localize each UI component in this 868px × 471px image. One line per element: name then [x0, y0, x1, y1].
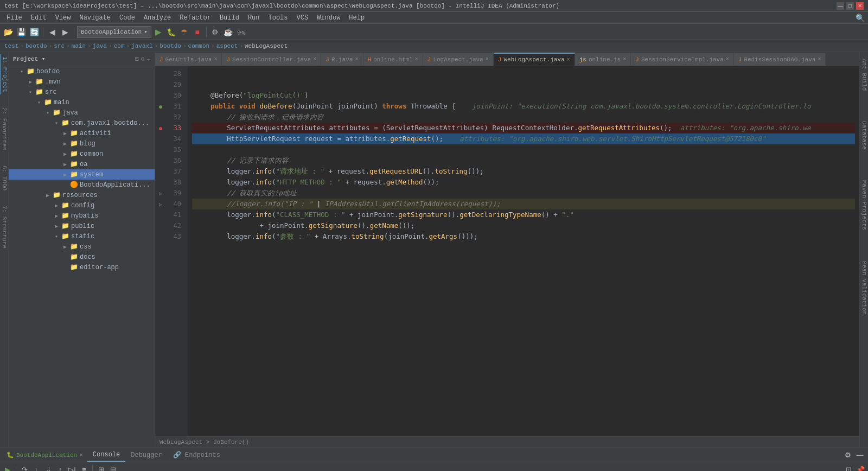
- more-icon[interactable]: …: [146, 55, 150, 62]
- forward-button[interactable]: ▶: [59, 26, 71, 38]
- close-tab-genutils[interactable]: ×: [214, 56, 217, 62]
- stop-button[interactable]: ■: [192, 26, 203, 38]
- menu-tools[interactable]: Tools: [264, 13, 292, 23]
- close-tab-online-js[interactable]: ×: [623, 56, 626, 62]
- step-into-button[interactable]: ↓: [31, 464, 42, 472]
- bean-validation-panel-tab[interactable]: Bean Validation: [860, 257, 869, 319]
- ant-button[interactable]: 🐜: [235, 26, 247, 38]
- pin-button[interactable]: 📌: [855, 464, 866, 472]
- tree-item-main[interactable]: ▾ 📁 main: [9, 97, 155, 107]
- menu-edit[interactable]: Edit: [27, 13, 51, 23]
- maven-panel-tab[interactable]: Maven Projects: [860, 176, 869, 234]
- force-step-into-button[interactable]: ⇓: [43, 464, 54, 472]
- maximize-button[interactable]: □: [846, 2, 854, 10]
- tree-item-mybatis[interactable]: ▶ 📁 mybatis: [9, 211, 155, 221]
- tree-item-css[interactable]: ▶ 📁 css: [9, 241, 155, 252]
- debug-minimize-button[interactable]: —: [854, 449, 866, 461]
- debug-button[interactable]: 🐛: [165, 26, 177, 38]
- tree-item-src[interactable]: ▾ 📁 src: [9, 87, 155, 97]
- menu-help[interactable]: Help: [344, 13, 369, 23]
- menu-view[interactable]: View: [51, 13, 75, 23]
- tree-item-blog[interactable]: ▶ 📁 blog: [9, 138, 155, 149]
- tree-item-config[interactable]: ▶ 📁 config: [9, 200, 155, 211]
- coverage-button[interactable]: ☂: [178, 26, 190, 38]
- debug-tab-debugger[interactable]: Debugger: [125, 449, 168, 462]
- tab-redissessiondao[interactable]: J RedisSessionDAO.java ×: [734, 53, 826, 66]
- breadcrumb-javaxl[interactable]: javaxl: [131, 43, 153, 49]
- tree-item-oa[interactable]: ▶ 📁 oa: [9, 159, 155, 169]
- tree-item-common[interactable]: ▶ 📁 common: [9, 149, 155, 159]
- run-button[interactable]: ▶: [152, 26, 164, 38]
- settings-button[interactable]: ⚙: [209, 26, 221, 38]
- close-tab-sessionserviceimpl[interactable]: ×: [726, 56, 729, 62]
- database-panel-tab[interactable]: Database: [860, 117, 869, 154]
- breadcrumb-weblogaspect[interactable]: WebLogAspect: [245, 43, 288, 49]
- minimize-button[interactable]: —: [837, 2, 844, 10]
- tree-item-resources[interactable]: ▶ 📁 resources: [9, 190, 155, 200]
- tree-item-activiti[interactable]: ▶ 📁 activiti: [9, 128, 155, 138]
- tree-item-mvn[interactable]: ▶ 📁 .mvn: [9, 77, 155, 87]
- tree-item-static[interactable]: ▾ 📁 static: [9, 231, 155, 241]
- close-tab-r[interactable]: ×: [355, 56, 359, 62]
- menu-window[interactable]: Window: [312, 13, 344, 23]
- tree-item-public[interactable]: ▶ 📁 public: [9, 221, 155, 231]
- run-to-cursor-button[interactable]: ▷|: [67, 464, 78, 472]
- back-button[interactable]: ◀: [46, 26, 58, 38]
- sdk-button[interactable]: ☕: [222, 26, 234, 38]
- tree-item-java[interactable]: ▾ 📁 java: [9, 107, 155, 118]
- menu-analyze[interactable]: Analyze: [139, 13, 175, 23]
- search-everywhere-button[interactable]: 🔍: [854, 12, 866, 24]
- evaluate-button[interactable]: ≡: [79, 464, 90, 472]
- tree-item-system[interactable]: ▶ 📁 system: [9, 169, 155, 180]
- code-editor[interactable]: ● ● ▷ ▷: [155, 66, 859, 436]
- debug-settings-button[interactable]: ⚙: [842, 449, 854, 461]
- menu-file[interactable]: File: [2, 13, 27, 23]
- code-content[interactable]: @Before("logPointCut()") public void doB…: [188, 66, 859, 436]
- menu-code[interactable]: Code: [115, 13, 139, 23]
- tab-sessionserviceimpl[interactable]: J SessionServiceImpl.java ×: [631, 53, 733, 66]
- settings-icon[interactable]: ⚙: [141, 55, 145, 62]
- breadcrumb-bootdo[interactable]: bootdo: [25, 43, 47, 49]
- step-out-button[interactable]: ↑: [55, 464, 66, 472]
- menu-navigate[interactable]: Navigate: [75, 13, 115, 23]
- tab-weblogaspect[interactable]: J WebLogAspect.java ×: [494, 53, 575, 66]
- tab-online-html[interactable]: H online.html ×: [363, 53, 423, 66]
- breadcrumb-common[interactable]: common: [188, 43, 210, 49]
- tree-item-com[interactable]: ▾ 📁 com.javaxl.bootdo...: [9, 118, 155, 128]
- menu-vcs[interactable]: VCS: [292, 13, 313, 23]
- tab-logaspect[interactable]: J LogAspect.java ×: [423, 53, 494, 66]
- close-button[interactable]: ✕: [856, 2, 864, 10]
- collapse-all-icon[interactable]: ⊟: [135, 55, 139, 62]
- todo-panel-tab[interactable]: 6: TODO: [0, 163, 9, 193]
- save-button[interactable]: 💾: [15, 26, 27, 38]
- tree-item-bootdoapplication[interactable]: 🟠 BootdoApplicati...: [9, 180, 155, 190]
- variables-button[interactable]: ⊟: [107, 464, 118, 472]
- close-tab-online-html[interactable]: ×: [415, 56, 418, 62]
- close-tab-redissessiondao[interactable]: ×: [818, 56, 821, 62]
- breadcrumb-test[interactable]: test: [4, 43, 18, 49]
- debug-close-icon[interactable]: ×: [79, 452, 83, 459]
- debug-tab-endpoints[interactable]: 🔗 Endpoints: [168, 449, 226, 462]
- close-tab-weblogaspect[interactable]: ×: [567, 57, 570, 63]
- close-tab-sessioncontroller[interactable]: ×: [313, 56, 316, 62]
- synchronize-button[interactable]: 🔄: [28, 26, 40, 38]
- tab-r[interactable]: J R.java ×: [321, 53, 363, 66]
- tree-item-editor-app[interactable]: 📁 editor-app: [9, 262, 155, 272]
- close-tab-logaspect[interactable]: ×: [486, 56, 489, 62]
- resume-button[interactable]: ▶: [2, 464, 13, 472]
- breadcrumb-java[interactable]: java: [93, 43, 107, 49]
- tab-sessioncontroller[interactable]: J SessionController.java ×: [222, 53, 321, 66]
- tree-item-docs[interactable]: 📁 docs: [9, 252, 155, 262]
- ant-build-panel-tab[interactable]: Ant Build: [860, 54, 869, 95]
- menu-build[interactable]: Build: [215, 13, 244, 23]
- structure-panel-tab[interactable]: 7: Structure: [0, 203, 9, 251]
- frames-button[interactable]: ⊞: [95, 464, 106, 472]
- breadcrumb-aspect[interactable]: aspect: [216, 43, 238, 49]
- open-file-button[interactable]: 📂: [2, 26, 14, 38]
- tab-genutils[interactable]: J GenUtils.java ×: [155, 53, 222, 66]
- breadcrumb-bootdo2[interactable]: bootdo: [159, 43, 181, 49]
- tree-item-bootdo[interactable]: ▾ 📁 bootdo: [9, 66, 155, 77]
- breadcrumb-main[interactable]: main: [72, 43, 86, 49]
- run-config-dropdown[interactable]: BootdoApplication ▾: [77, 26, 151, 38]
- favorites-panel-tab[interactable]: 2: Favorites: [0, 105, 9, 152]
